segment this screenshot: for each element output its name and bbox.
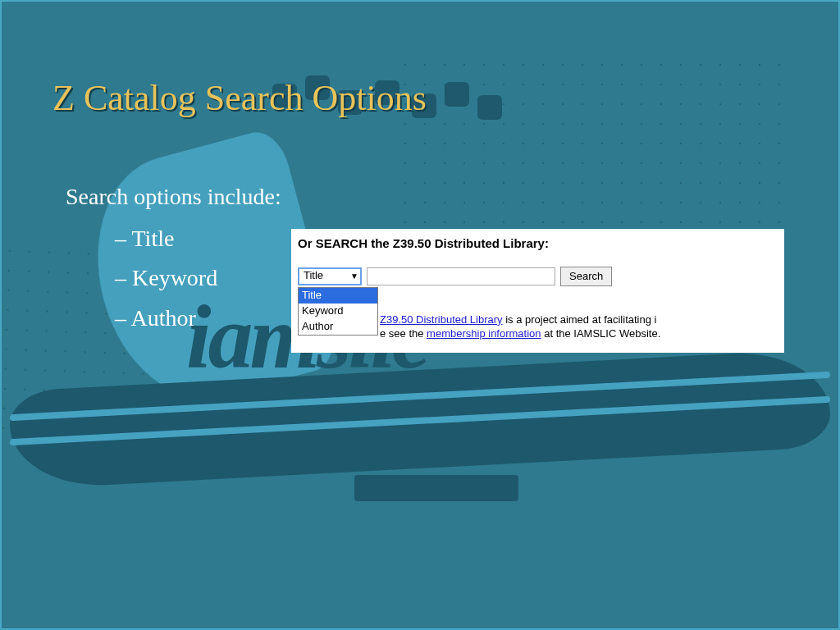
search-panel: Or SEARCH the Z39.50 Distributed Library… [291, 229, 784, 353]
dropdown-option-keyword[interactable]: Keyword [299, 304, 377, 319]
search-form: Title ▼ Search [298, 263, 778, 288]
link-z3950-library[interactable]: Z39.50 Distributed Library [380, 313, 503, 326]
search-field-dropdown[interactable]: Title Keyword Author [298, 287, 378, 336]
chevron-down-icon: ▼ [350, 271, 358, 281]
dropdown-option-title[interactable]: Title [299, 288, 377, 304]
dropdown-option-author[interactable]: Author [299, 319, 377, 335]
body-lead: Search options include: [66, 180, 789, 214]
select-value: Title [304, 269, 323, 283]
slide-title: Z Catalog Search Options [52, 80, 427, 116]
search-field-select[interactable]: Title ▼ [298, 267, 362, 285]
desc-text: is a project aimed at facilitating i [503, 313, 657, 326]
book-base-art [354, 475, 518, 501]
desc-text: at the IAMSLIC Website. [541, 327, 661, 340]
link-membership-info[interactable]: membership information [427, 327, 541, 340]
desc-text: e see the [380, 327, 427, 340]
search-input[interactable] [367, 267, 555, 285]
panel-heading: Or SEARCH the Z39.50 Distributed Library… [298, 234, 778, 263]
panel-description: Z39.50 Distributed Library is a project … [380, 313, 779, 341]
search-button[interactable]: Search [560, 267, 612, 286]
